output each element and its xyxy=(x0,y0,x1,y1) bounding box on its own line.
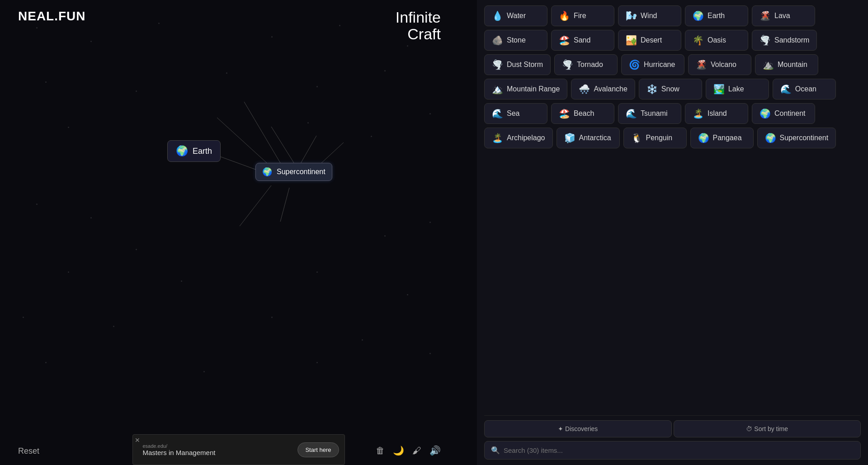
sidebar-item-tsunami[interactable]: 🌊Tsunami xyxy=(618,103,681,124)
sidebar-item-desert[interactable]: 🏜️Desert xyxy=(618,30,681,51)
sound-icon[interactable]: 🔊 xyxy=(429,445,441,456)
item-emoji: 💧 xyxy=(492,10,503,21)
item-emoji: 🌊 xyxy=(492,108,503,119)
item-label: Volcano xyxy=(711,61,736,69)
svg-line-1 xyxy=(244,102,280,163)
item-label: Oasis xyxy=(708,36,726,44)
sidebar-item-hurricane[interactable]: 🌀Hurricane xyxy=(621,54,684,75)
svg-line-2 xyxy=(217,118,267,163)
sidebar-item-sand[interactable]: 🏖️Sand xyxy=(551,30,614,51)
item-emoji: 🏔️ xyxy=(492,84,503,95)
item-label: Desert xyxy=(641,36,662,44)
reset-button[interactable]: Reset xyxy=(18,446,39,456)
sidebar-item-tornado[interactable]: 🌪️Tornado xyxy=(554,54,618,75)
item-label: Mountain xyxy=(778,61,807,69)
item-label: Sea xyxy=(507,109,519,118)
sidebar-item-sandstorm[interactable]: 🌪️Sandstorm xyxy=(752,30,817,51)
item-emoji: 🌪️ xyxy=(562,59,573,70)
item-label: Dust Storm xyxy=(507,61,543,69)
sidebar-item-fire[interactable]: 🔥Fire xyxy=(551,5,614,26)
item-label: Sand xyxy=(574,36,590,44)
sidebar-item-mountain-range[interactable]: 🏔️Mountain Range xyxy=(484,79,567,100)
item-label: Continent xyxy=(774,109,806,118)
sidebar-item-lava[interactable]: 🌋Lava xyxy=(752,5,815,26)
moon-icon[interactable]: 🌙 xyxy=(393,445,404,456)
brush-icon[interactable]: 🖌 xyxy=(412,446,421,456)
sidebar-item-ocean[interactable]: 🌊Ocean xyxy=(773,79,836,100)
sort-tab[interactable]: ⏱ Sort by time xyxy=(674,420,861,437)
sidebar-item-pangaea[interactable]: 🌍Pangaea xyxy=(690,128,754,148)
connections-svg xyxy=(0,0,477,465)
sidebar-item-water[interactable]: 💧Water xyxy=(484,5,547,26)
item-emoji: 🏖️ xyxy=(559,108,570,119)
item-label: Hurricane xyxy=(644,61,675,69)
star-dot xyxy=(36,27,38,28)
element-node-earth[interactable]: 🌍Earth xyxy=(167,140,221,162)
star-dot xyxy=(316,362,318,363)
item-label: Island xyxy=(708,109,727,118)
sidebar-item-dust-storm[interactable]: 🌪️Dust Storm xyxy=(484,54,551,75)
sidebar-item-snow[interactable]: ❄️Snow xyxy=(639,79,702,100)
delete-icon[interactable]: 🗑 xyxy=(376,446,385,456)
item-emoji: 🌪️ xyxy=(492,59,503,70)
item-label: Ocean xyxy=(795,85,816,93)
item-label: Penguin xyxy=(646,134,673,142)
search-bar: 🔍 xyxy=(484,441,861,460)
item-emoji: 🌍 xyxy=(698,133,709,143)
ad-cta-button[interactable]: Start here xyxy=(297,442,339,457)
star-dot xyxy=(45,81,47,83)
star-dot xyxy=(90,217,92,218)
ad-close-button[interactable]: ✕ xyxy=(135,437,140,444)
svg-line-7 xyxy=(280,188,289,222)
star-dot xyxy=(113,326,114,327)
sidebar-item-antarctica[interactable]: 🧊Antarctica xyxy=(557,128,620,148)
sidebar-item-mountain[interactable]: ⛰️Mountain xyxy=(755,54,818,75)
search-input[interactable] xyxy=(504,446,854,454)
item-emoji: 🌍 xyxy=(693,10,704,21)
craft-area[interactable]: NEAL.FUN Infinite Craft 🌍Earth🌍Supercont… xyxy=(0,0,477,465)
item-emoji: 🌍 xyxy=(760,108,771,119)
toolbar-right: 🗑 🌙 🖌 🔊 xyxy=(376,445,441,456)
sidebar-item-wind[interactable]: 🌬️Wind xyxy=(618,5,681,26)
node-emoji: 🌍 xyxy=(262,167,272,177)
item-label: Snow xyxy=(661,85,679,93)
item-label: Archipelago xyxy=(507,134,545,142)
item-emoji: 🌍 xyxy=(765,133,776,143)
item-label: Lake xyxy=(728,85,744,93)
item-label: Stone xyxy=(507,36,526,44)
sidebar-bottom: ✦ Discoveries ⏱ Sort by time 🔍 xyxy=(484,415,861,460)
star-dot xyxy=(23,317,24,318)
star-dot xyxy=(136,249,137,250)
sidebar-item-beach[interactable]: 🏖️Beach xyxy=(551,103,614,124)
item-emoji: 🔥 xyxy=(559,10,570,21)
app-title: Infinite Craft xyxy=(396,9,441,43)
sidebar-item-stone[interactable]: 🪨Stone xyxy=(484,30,547,51)
sidebar-item-island[interactable]: 🏝️Island xyxy=(685,103,748,124)
item-emoji: 🌊 xyxy=(626,108,637,119)
item-emoji: ⛰️ xyxy=(763,59,774,70)
sidebar-item-earth[interactable]: 🌍Earth xyxy=(685,5,748,26)
sidebar-item-continent[interactable]: 🌍Continent xyxy=(752,103,815,124)
star-dot xyxy=(90,41,92,42)
ad-banner: ✕ esade.edu/ Masters in Management Start… xyxy=(132,434,345,465)
item-emoji: 🌨️ xyxy=(579,84,590,95)
sidebar-item-penguin[interactable]: 🐧Penguin xyxy=(623,128,687,148)
sidebar-item-volcano[interactable]: 🌋Volcano xyxy=(688,54,751,75)
bottom-controls: Reset xyxy=(18,446,39,456)
discoveries-tab[interactable]: ✦ Discoveries xyxy=(484,420,672,437)
svg-line-6 xyxy=(240,185,271,226)
node-label: Earth xyxy=(193,147,212,156)
star-dot xyxy=(181,280,182,282)
item-label: Antarctica xyxy=(579,134,611,142)
sidebar-item-sea[interactable]: 🌊Sea xyxy=(484,103,547,124)
sidebar-item-oasis[interactable]: 🌴Oasis xyxy=(685,30,748,51)
item-label: Pangaea xyxy=(713,134,742,142)
sidebar-item-archipelago[interactable]: 🏝️Archipelago xyxy=(484,128,553,148)
sidebar-item-lake[interactable]: 🏞️Lake xyxy=(706,79,769,100)
node-label: Supercontinent xyxy=(277,168,326,176)
element-node-supercontinent[interactable]: 🌍Supercontinent xyxy=(255,163,332,181)
item-label: Lava xyxy=(774,12,790,20)
sidebar-item-supercontinent[interactable]: 🌍Supercontinent xyxy=(757,128,836,148)
sidebar-item-avalanche[interactable]: 🌨️Avalanche xyxy=(571,79,635,100)
item-emoji: 🏖️ xyxy=(559,35,570,46)
